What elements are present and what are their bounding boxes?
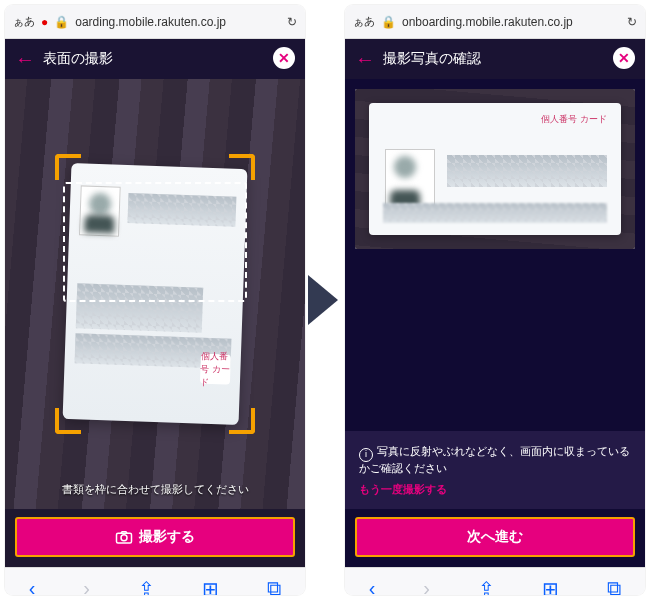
frame-corner-icon bbox=[229, 154, 255, 180]
frame-corner-icon bbox=[229, 408, 255, 434]
nav-back-icon[interactable]: ‹ bbox=[29, 577, 36, 595]
tabs-icon[interactable]: ⧉ bbox=[607, 577, 621, 595]
card-text-blur bbox=[383, 203, 607, 223]
captured-photo: 個人番号 カード bbox=[355, 89, 635, 249]
retake-link[interactable]: もう一度撮影する bbox=[359, 481, 631, 498]
nav-forward-icon: › bbox=[83, 577, 90, 595]
recording-indicator-icon: ● bbox=[41, 15, 48, 29]
close-button[interactable]: ✕ bbox=[613, 47, 635, 69]
next-button[interactable]: 次へ進む bbox=[355, 517, 635, 557]
text-size-control[interactable]: ぁあ bbox=[13, 14, 35, 29]
browser-url-bar: ぁあ ● 🔒 oarding.mobile.rakuten.co.jp ↻ bbox=[5, 5, 305, 39]
text-size-control[interactable]: ぁあ bbox=[353, 14, 375, 29]
share-icon[interactable]: ⇪ bbox=[478, 577, 495, 596]
url-text[interactable]: onboarding.mobile.rakuten.co.jp bbox=[402, 15, 573, 29]
message-text: 写真に反射やぶれなどなく、画面内に収まっているかご確認ください bbox=[359, 445, 630, 474]
camera-icon bbox=[115, 530, 133, 544]
frame-corner-icon bbox=[55, 154, 81, 180]
confirmation-message: i写真に反射やぶれなどなく、画面内に収まっているかご確認ください もう一度撮影す… bbox=[345, 431, 645, 509]
share-icon[interactable]: ⇪ bbox=[138, 577, 155, 596]
page-title: 撮影写真の確認 bbox=[383, 50, 481, 68]
browser-toolbar: ‹ › ⇪ ⊞ ⧉ bbox=[345, 567, 645, 595]
capture-frame: 個人番号 カード bbox=[55, 154, 255, 434]
confirm-area: 個人番号 カード i写真に反射やぶれなどなく、画面内に収まっているかご確認くださ… bbox=[345, 79, 645, 509]
id-card-photo: 個人番号 カード bbox=[369, 103, 621, 235]
capture-button[interactable]: 撮影する bbox=[15, 517, 295, 557]
next-button-label: 次へ進む bbox=[467, 528, 523, 546]
card-logo: 個人番号 カード bbox=[200, 354, 231, 385]
svg-point-1 bbox=[121, 535, 127, 541]
flow-arrow-icon bbox=[308, 275, 338, 325]
nav-back-icon[interactable]: ‹ bbox=[369, 577, 376, 595]
tabs-icon[interactable]: ⧉ bbox=[267, 577, 281, 595]
page-header: ← 表面の撮影 ✕ bbox=[5, 39, 305, 79]
action-bar: 撮影する bbox=[5, 509, 305, 567]
card-portrait bbox=[385, 149, 435, 211]
back-arrow-icon[interactable]: ← bbox=[15, 48, 35, 71]
screenshot-confirm: ぁあ 🔒 onboarding.mobile.rakuten.co.jp ↻ ←… bbox=[345, 5, 645, 595]
alignment-guide bbox=[63, 182, 247, 302]
card-text-blur bbox=[447, 155, 607, 187]
refresh-icon[interactable]: ↻ bbox=[287, 15, 297, 29]
browser-toolbar: ‹ › ⇪ ⊞ ⧉ bbox=[5, 567, 305, 595]
lock-icon: 🔒 bbox=[381, 15, 396, 29]
bookmarks-icon[interactable]: ⊞ bbox=[542, 577, 559, 596]
info-icon: i bbox=[359, 448, 373, 462]
browser-url-bar: ぁあ 🔒 onboarding.mobile.rakuten.co.jp ↻ bbox=[345, 5, 645, 39]
capture-button-label: 撮影する bbox=[139, 528, 195, 546]
screenshot-capture: ぁあ ● 🔒 oarding.mobile.rakuten.co.jp ↻ ← … bbox=[5, 5, 305, 595]
refresh-icon[interactable]: ↻ bbox=[627, 15, 637, 29]
back-arrow-icon[interactable]: ← bbox=[355, 48, 375, 71]
lock-icon: 🔒 bbox=[54, 15, 69, 29]
page-header: ← 撮影写真の確認 ✕ bbox=[345, 39, 645, 79]
camera-viewport: 個人番号 カード 書類を枠に合わせて撮影してください bbox=[5, 79, 305, 509]
page-title: 表面の撮影 bbox=[43, 50, 113, 68]
action-bar: 次へ進む bbox=[345, 509, 645, 567]
nav-forward-icon: › bbox=[423, 577, 430, 595]
camera-hint-text: 書類を枠に合わせて撮影してください bbox=[5, 482, 305, 497]
url-text[interactable]: oarding.mobile.rakuten.co.jp bbox=[75, 15, 226, 29]
close-button[interactable]: ✕ bbox=[273, 47, 295, 69]
bookmarks-icon[interactable]: ⊞ bbox=[202, 577, 219, 596]
card-logo: 個人番号 カード bbox=[541, 113, 607, 126]
frame-corner-icon bbox=[55, 408, 81, 434]
